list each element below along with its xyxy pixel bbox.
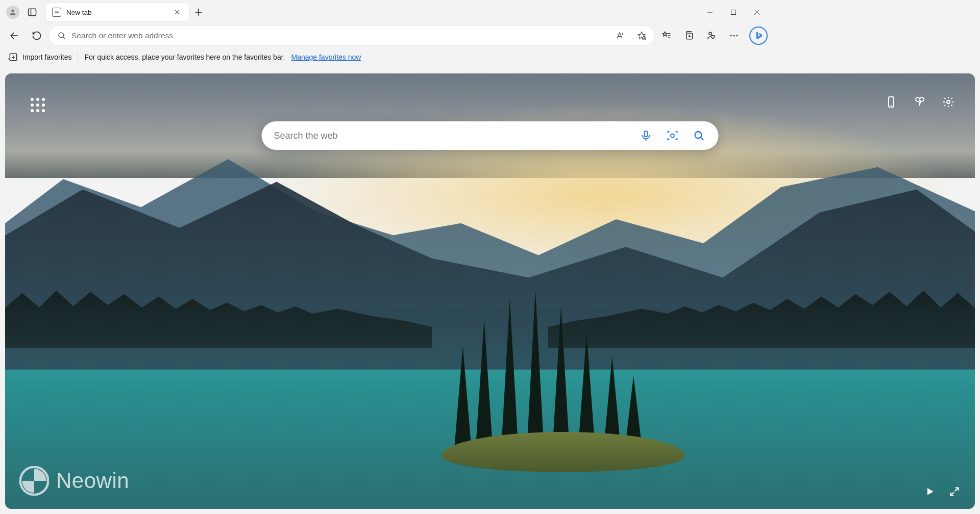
title-bar: ••• New tab [0, 0, 772, 24]
address-input[interactable] [71, 31, 605, 40]
svg-rect-1 [29, 9, 36, 15]
svg-point-36 [671, 134, 674, 138]
add-favorite-button[interactable] [633, 27, 650, 44]
plus-icon [193, 7, 204, 17]
search-icon [57, 31, 66, 40]
bing-chat-button[interactable] [749, 27, 768, 45]
read-aloud-icon [614, 31, 624, 41]
person-icon [6, 6, 19, 19]
favorites-hint: For quick access, place your favorites h… [84, 53, 285, 61]
browser-tab[interactable]: ••• New tab [46, 3, 189, 21]
ntp-search-box[interactable] [262, 121, 719, 150]
svg-point-0 [11, 10, 14, 12]
window-maximize-button[interactable] [722, 0, 745, 24]
divider [78, 52, 78, 62]
favorites-bar: Import favorites For quick access, place… [0, 47, 772, 67]
microphone-icon [640, 130, 652, 142]
star-list-icon [662, 31, 672, 41]
more-icon [729, 31, 739, 41]
svg-rect-34 [645, 131, 648, 137]
close-icon [754, 9, 760, 15]
search-icon [693, 130, 705, 142]
manage-favorites-link[interactable]: Manage favorites now [291, 53, 361, 61]
arrow-left-icon [9, 31, 19, 41]
back-button[interactable] [4, 25, 24, 46]
window-close-button[interactable] [745, 0, 769, 24]
svg-point-25 [730, 35, 732, 37]
import-favorites-button[interactable]: Import favorites [8, 52, 71, 62]
tab-actions-button[interactable] [22, 3, 42, 22]
tab-close-button[interactable] [170, 6, 184, 19]
address-bar[interactable] [49, 26, 654, 45]
bing-icon [753, 31, 764, 41]
tab-title: New tab [66, 9, 165, 16]
profile-button[interactable] [3, 3, 22, 22]
voice-search-button[interactable] [635, 124, 657, 147]
image-search-button[interactable] [662, 124, 684, 147]
camera-scan-icon [667, 130, 679, 142]
svg-point-24 [709, 32, 712, 35]
settings-menu-button[interactable] [724, 25, 744, 46]
app-launcher-button[interactable] [28, 95, 48, 115]
person-heart-icon [706, 31, 717, 41]
import-favorites-label: Import favorites [22, 53, 71, 61]
refresh-button[interactable] [27, 25, 47, 46]
minimize-icon [707, 9, 713, 15]
new-tab-button[interactable] [189, 3, 208, 22]
svg-line-13 [63, 37, 65, 39]
close-icon [174, 9, 181, 16]
collections-icon [684, 31, 694, 41]
background-island [442, 313, 655, 404]
ntp-search-input[interactable] [274, 131, 631, 141]
svg-point-27 [736, 35, 738, 37]
svg-point-26 [733, 35, 735, 37]
new-tab-page: Neowin [5, 73, 772, 404]
import-icon [8, 52, 18, 62]
svg-line-38 [701, 137, 703, 140]
favorites-button[interactable] [656, 25, 677, 46]
maximize-icon [730, 9, 737, 15]
svg-rect-8 [731, 10, 736, 15]
refresh-icon [32, 31, 42, 41]
tab-favicon-icon: ••• [52, 8, 61, 17]
svg-point-37 [695, 132, 702, 138]
collections-button[interactable] [679, 25, 699, 46]
star-plus-icon [636, 31, 647, 41]
read-aloud-button[interactable] [610, 27, 628, 44]
svg-point-12 [59, 33, 64, 38]
browser-essentials-button[interactable] [701, 25, 722, 46]
window-minimize-button[interactable] [698, 0, 722, 24]
toolbar [0, 24, 772, 47]
search-submit-button[interactable] [688, 124, 710, 147]
